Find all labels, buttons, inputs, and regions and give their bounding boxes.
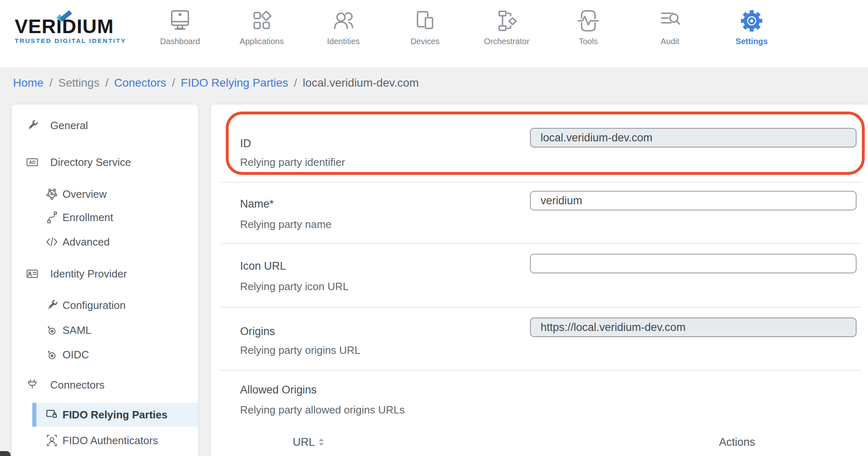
nav-item-dashboard[interactable]: Dashboard [139,0,221,67]
breadcrumb-current-page: local.veridium-dev.com [303,76,419,89]
sidebar-item-advanced[interactable]: Advanced [12,230,198,254]
network-graph-icon [45,187,59,201]
name-field-sublabel: Relying party name [240,216,332,232]
sidebar-item-label: Identity Provider [50,268,127,280]
veridium-admin-app: VERIDIUM TRUSTED DIGITAL IDENTITY Dashbo… [0,0,868,456]
browser-lock-icon [45,408,59,422]
icon-url-field-sublabel: Relying party icon URL [240,278,349,295]
icon-url-input[interactable] [530,254,857,273]
nav-item-applications[interactable]: Applications [221,0,303,67]
logo-checkmark-icon [56,11,73,23]
wrench-icon [25,118,39,132]
chat-widget-notch[interactable] [0,451,11,456]
applications-icon [249,8,274,34]
nav-item-tools[interactable]: Tools [548,0,629,67]
sidebar-item-label: General [50,119,88,132]
breadcrumb-conectors-link[interactable]: Conectors [114,76,166,89]
sidebar-item-connectors[interactable]: Connectors [12,373,198,397]
audit-icon [657,8,683,34]
sidebar-item-overview[interactable]: Overview [12,182,198,206]
nav-label: Applications [240,37,284,46]
name-field-label: Name* [240,196,274,212]
sidebar-item-oidc[interactable]: OIDC [12,343,198,367]
sidebar-item-label: SAML [62,324,91,337]
relying-party-form: ID Relying party identifier Name* Relyin… [211,105,868,456]
nav-label: Audit [661,37,679,46]
veridium-logo: VERIDIUM TRUSTED DIGITAL IDENTITY [15,10,137,45]
settings-sidebar: General AD Directory Service [12,105,198,456]
table-header-actions: Actions [719,434,755,450]
tools-icon [576,8,601,34]
plug-icon [25,378,39,392]
name-input[interactable] [530,191,857,210]
app-header: VERIDIUM TRUSTED DIGITAL IDENTITY Dashbo… [0,0,868,67]
breadcrumb-separator: / [49,76,53,89]
table-header-actions-label: Actions [719,434,755,450]
sidebar-item-fido-authenticators[interactable]: FIDO Authenticators [12,429,198,452]
allowed-origins-sublabel: Relying party allowed origins URLs [240,402,405,418]
nav-label: Orchestrator [484,37,529,46]
id-input [530,128,857,148]
active-directory-icon: AD [25,155,39,169]
brand-tagline: TRUSTED DIGITAL IDENTITY [15,37,137,45]
sidebar-item-label: FIDO Relying Parties [62,409,167,421]
sidebar-item-fido-relying-parties[interactable]: FIDO Relying Parties [32,403,198,427]
settings-gear-icon [739,8,764,34]
sidebar-item-label: Configuration [62,299,126,312]
breadcrumb: Home / Settings / Conectors / FIDO Relyi… [13,67,419,98]
sidebar-item-label: Enrollment [62,211,113,224]
nav-item-devices[interactable]: Devices [384,0,466,67]
sidebar-item-label: Advanced [62,236,110,248]
breadcrumb-fido-relying-parties-link[interactable]: FIDO Relying Parties [181,76,288,89]
devices-icon [412,8,438,34]
breadcrumb-separator: / [105,76,109,89]
sidebar-item-general[interactable]: General [12,114,198,137]
wrench-icon [45,298,59,312]
sidebar-item-configuration[interactable]: Configuration [12,293,198,317]
orchestrator-icon [494,8,519,34]
nav-label: Dashboard [160,37,200,46]
sidebar-item-label: Directory Service [50,156,131,169]
allowed-origins-label: Allowed Origins [240,382,317,398]
dashboard-icon [167,8,193,34]
sidebar-item-identity-provider[interactable]: Identity Provider [12,262,198,286]
sidebar-item-label: Overview [62,188,107,201]
origins-field-sublabel: Relying party origins URL [240,342,361,358]
divider [221,182,861,183]
brand-name: VERIDIUM [15,17,137,36]
breadcrumb-home-link[interactable]: Home [13,76,44,89]
top-nav: Dashboard Applications [139,0,792,67]
sidebar-item-label: FIDO Authenticators [62,434,158,447]
nav-item-audit[interactable]: Audit [629,0,711,67]
breadcrumb-settings: Settings [58,76,99,89]
key-circle-icon [45,323,59,337]
identities-icon [331,8,356,34]
nav-item-identities[interactable]: Identities [303,0,384,67]
code-icon [45,235,59,249]
divider [221,307,861,308]
id-card-icon [25,267,39,281]
person-scan-icon [45,434,59,447]
svg-text:AD: AD [29,160,36,165]
breadcrumb-separator: / [294,76,297,89]
id-field-sublabel: Relying party identifier [240,154,345,170]
breadcrumb-separator: / [172,76,175,89]
sidebar-item-directory-service[interactable]: AD Directory Service [12,150,198,174]
nav-label: Devices [410,37,439,46]
nav-item-settings[interactable]: Settings [711,0,792,67]
origins-input [530,317,857,337]
table-header-url[interactable]: URL [293,434,324,450]
sidebar-item-saml[interactable]: SAML [12,318,198,342]
nav-label: Identities [327,37,360,46]
nav-label: Settings [736,37,768,46]
sidebar-item-enrollment[interactable]: Enrollment [12,206,198,229]
origins-field-label: Origins [240,323,275,340]
icon-url-field-label: Icon URL [240,258,286,274]
nav-item-orchestrator[interactable]: Orchestrator [466,0,548,67]
sort-icon[interactable] [319,438,324,446]
table-header-url-label: URL [293,434,315,450]
sidebar-item-label: OIDC [62,349,89,361]
enrollment-flow-icon [45,210,59,224]
nav-label: Tools [579,37,598,46]
divider [221,370,861,371]
